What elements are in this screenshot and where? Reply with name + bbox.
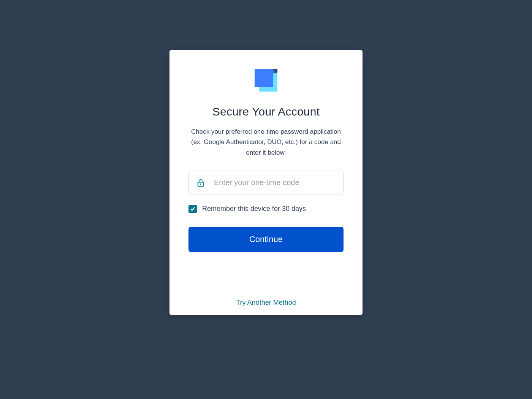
one-time-code-input[interactable] — [188, 171, 344, 195]
app-logo-icon — [255, 69, 277, 92]
mfa-card: Secure Your Account Check your preferred… — [169, 50, 363, 315]
remember-device-row: Remember this device for 30 days — [188, 205, 344, 213]
code-input-wrap — [188, 171, 344, 195]
card-footer: Try Another Method — [169, 290, 363, 315]
remember-device-label: Remember this device for 30 days — [202, 205, 306, 213]
remember-device-checkbox[interactable] — [188, 205, 197, 213]
instruction-text: Check your preferred one-time password a… — [188, 127, 344, 158]
page-title: Secure Your Account — [188, 105, 344, 118]
checkmark-icon — [190, 206, 195, 212]
lock-icon — [197, 179, 204, 187]
try-another-method-link[interactable]: Try Another Method — [236, 299, 296, 306]
card-body: Secure Your Account Check your preferred… — [169, 50, 363, 290]
continue-button[interactable]: Continue — [188, 227, 344, 252]
